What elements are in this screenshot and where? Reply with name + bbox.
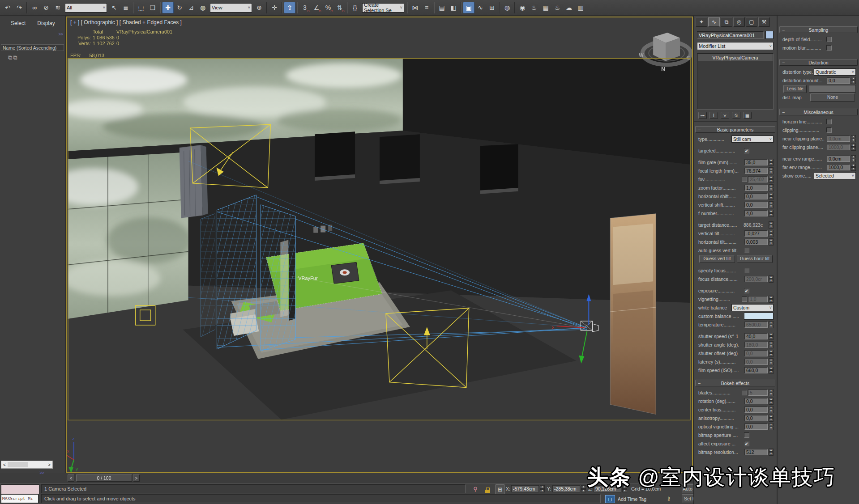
pin-stack-icon[interactable]: ⊶ xyxy=(698,112,707,119)
param-field[interactable]: -0,027 xyxy=(744,230,768,237)
angle-snap-toggle-icon[interactable]: ∠∩ xyxy=(311,2,322,13)
guess-tilt-button[interactable]: Guess vert tilt xyxy=(699,255,735,263)
compass-north-label[interactable]: N xyxy=(661,66,665,72)
y-coord-spinner[interactable]: ▲▼ xyxy=(581,485,586,492)
spinner[interactable]: ▲▼ xyxy=(769,193,774,200)
param-field[interactable]: 0,0 xyxy=(744,407,768,413)
undo-icon[interactable]: ↶ xyxy=(2,2,13,13)
param-checkbox[interactable]: ✔ xyxy=(744,148,749,153)
spinner[interactable]: ▲▼ xyxy=(769,423,774,430)
param-field[interactable]: 180,0 xyxy=(744,342,768,348)
selection-lock-icon[interactable] xyxy=(485,490,490,493)
absolute-mode-icon[interactable]: ⊞ xyxy=(495,484,505,494)
spinner[interactable]: ▲▼ xyxy=(769,358,774,365)
scroll-left-icon[interactable]: < xyxy=(1,462,8,467)
render-setup-icon[interactable]: ♨ xyxy=(528,2,540,13)
render-last-icon[interactable]: ▥ xyxy=(575,2,586,13)
spinner[interactable]: ▲▼ xyxy=(851,155,856,162)
select-by-name-icon[interactable]: ≣ xyxy=(120,2,132,13)
modifier-list-dropdown[interactable]: Modifier List ˅ xyxy=(697,42,774,50)
bind-to-space-warp-icon[interactable]: ≋ xyxy=(52,2,64,13)
param-checkbox[interactable] xyxy=(826,45,832,51)
maxscript-mini-listener-pink[interactable] xyxy=(1,484,39,494)
param-checkbox[interactable] xyxy=(742,296,747,302)
guess-tilt-button[interactable]: Guess horiz tilt xyxy=(737,255,773,263)
param-checkbox[interactable] xyxy=(826,37,832,42)
scrollbar-thumb[interactable] xyxy=(8,462,28,467)
param-field[interactable]: 1000,0 xyxy=(827,164,850,170)
param-field[interactable]: 0,0 xyxy=(744,424,768,430)
spinner[interactable]: ▲▼ xyxy=(769,449,774,456)
param-dropdown[interactable]: Still cam˅ xyxy=(731,136,774,143)
spinner[interactable]: ▲▼ xyxy=(769,159,774,166)
select-and-scale-icon[interactable]: ⊿ xyxy=(185,2,197,13)
spinner[interactable]: ▲▼ xyxy=(769,176,774,183)
param-field[interactable]: 1,0 xyxy=(748,296,768,302)
utilities-tab[interactable]: ⚒ xyxy=(758,17,770,27)
display-menu[interactable]: Display xyxy=(37,20,55,26)
param-checkbox[interactable] xyxy=(826,119,832,124)
reference-coordinate-dropdown[interactable]: View˅ xyxy=(210,3,252,13)
spinner[interactable]: ▲▼ xyxy=(851,135,856,142)
viewport-scene[interactable]: VRayFur xyxy=(67,17,692,472)
window-crossing-toggle-icon[interactable]: ❏ xyxy=(147,2,158,13)
rollout-header[interactable]: −Basic parameters xyxy=(695,126,775,133)
param-field[interactable]: 200,0cr xyxy=(744,276,768,282)
param-field[interactable]: 35,0 xyxy=(744,159,768,165)
param-checkbox[interactable]: ✔ xyxy=(744,288,749,293)
hierarchy-tab[interactable]: ⧉ xyxy=(721,17,732,27)
spinner[interactable]: ▲▼ xyxy=(769,341,774,348)
param-field[interactable]: 5 xyxy=(748,390,768,396)
time-tag-cube-icon[interactable]: ◻ xyxy=(605,495,615,503)
time-slider[interactable]: 0 / 100 xyxy=(76,474,132,482)
modifier-stack-item[interactable]: VRayPhysicalCamera xyxy=(698,54,773,61)
param-field[interactable]: 76,974 xyxy=(744,168,768,174)
selection-filter-dropdown[interactable]: All˅ xyxy=(65,3,107,13)
param-field[interactable]: 40,0 xyxy=(744,333,768,339)
render-setup-globe-icon[interactable]: ◍ xyxy=(501,2,513,13)
align-icon[interactable]: ≡ xyxy=(421,2,432,13)
lens-file-button[interactable]: Lens file xyxy=(783,85,807,93)
make-unique-icon[interactable]: ⋎ xyxy=(721,112,729,119)
spinner[interactable]: ▲▼ xyxy=(769,221,774,229)
param-field[interactable]: 660,0 xyxy=(744,367,768,373)
frame-back-button[interactable]: < xyxy=(68,474,74,482)
param-field[interactable]: 0,003 xyxy=(744,239,768,245)
param-checkbox[interactable] xyxy=(742,177,747,182)
schematic-view-icon[interactable]: ⊞ xyxy=(486,2,498,13)
param-checkbox[interactable] xyxy=(826,127,832,133)
keyboard-shortcut-override-icon[interactable]: ⇧ xyxy=(284,2,295,13)
param-checkbox[interactable] xyxy=(744,248,749,253)
x-coord-spinner[interactable]: ▲▼ xyxy=(540,485,545,492)
render-production-icon[interactable]: ♨ xyxy=(551,2,563,13)
spinner[interactable]: ▲▼ xyxy=(769,389,774,396)
param-field[interactable]: 0,0 xyxy=(744,202,768,208)
modify-tab[interactable]: ∿ xyxy=(708,17,720,27)
select-and-link-icon[interactable]: ∞ xyxy=(29,2,40,13)
rendered-frame-window-icon[interactable]: ▦ xyxy=(540,2,551,13)
compass-east-label[interactable]: E xyxy=(687,55,690,60)
spinner[interactable]: ▲▼ xyxy=(769,296,774,303)
spinner[interactable]: ▲▼ xyxy=(769,167,774,174)
spinner[interactable]: ▲▼ xyxy=(769,275,774,283)
spinner[interactable]: ▲▼ xyxy=(769,230,774,237)
spinner[interactable]: ▲▼ xyxy=(769,238,774,246)
color-swatch[interactable] xyxy=(744,313,774,320)
percent-snap-toggle-icon[interactable]: %∩ xyxy=(322,2,334,13)
scroll-right-icon[interactable]: > xyxy=(46,462,52,467)
rollout-header[interactable]: −Distortion xyxy=(779,59,858,66)
motion-tab[interactable]: ◎ xyxy=(733,17,745,27)
edit-named-selection-sets-icon[interactable]: {} xyxy=(349,2,361,13)
use-pivot-center-icon[interactable]: ⊕ xyxy=(253,2,265,13)
material-editor-icon[interactable]: ◉ xyxy=(517,2,528,13)
rectangular-selection-region-icon[interactable]: ⬚ xyxy=(135,2,147,13)
spinner[interactable]: ▲▼ xyxy=(769,201,774,208)
configure-modifier-sets-icon[interactable]: ▦ xyxy=(743,112,752,119)
spinner[interactable]: ▲▼ xyxy=(769,210,774,217)
render-in-cloud-icon[interactable]: ☁ xyxy=(563,2,575,13)
param-field[interactable]: 6500,0 xyxy=(744,322,768,328)
spinner[interactable]: ▲▼ xyxy=(769,406,774,413)
display-tab[interactable]: ▢ xyxy=(746,17,757,27)
param-field[interactable]: 0,0 xyxy=(744,415,768,421)
graphite-ribbon-icon[interactable]: ◧ xyxy=(448,2,459,13)
